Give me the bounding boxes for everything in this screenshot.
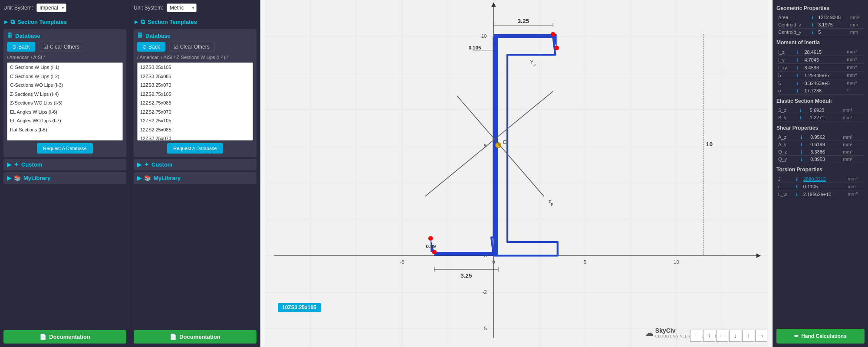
left-doc-icon: 📄	[39, 334, 46, 340]
left-unit-row: Unit System: Imperial Metric	[3, 3, 126, 12]
center-library-arrow: ▶	[137, 175, 141, 181]
list-item[interactable]: 12ZS3.25x085	[138, 72, 253, 81]
centroid-z-unit: mm	[849, 21, 865, 29]
centroid-y-info-icon[interactable]: ℹ	[812, 30, 813, 35]
torsion-title: Torsion Properties	[776, 167, 865, 173]
left-database-header: 🗄 Database	[7, 33, 123, 39]
left-list-box[interactable]: C-Sections W Lips (I-1) C-Sections W Lip…	[7, 62, 123, 141]
list-item[interactable]: 12ZS2.75x070	[138, 108, 253, 117]
centroid-z-label: Centroid_z	[776, 21, 810, 29]
center-library-icon: 📚	[144, 175, 151, 181]
zoom-in-button[interactable]: +	[703, 330, 715, 342]
pan-up-button[interactable]: ↑	[742, 330, 754, 342]
j-info-icon[interactable]: ℹ	[796, 177, 798, 182]
canvas-area: 10 5 0 -2 -5 -5 0 5 10	[260, 0, 773, 347]
center-clear-button[interactable]: ☑ Clear Others	[169, 42, 214, 52]
list-item[interactable]: 12ZS2.75x105	[138, 90, 253, 99]
left-back-button[interactable]: ⊙ Back	[7, 42, 35, 52]
sy-value: 1.2271	[808, 114, 842, 121]
center-unit-row: Unit System: Metric Imperial	[134, 3, 256, 12]
pan-down-button[interactable]: ↓	[729, 330, 741, 342]
sz-info-icon[interactable]: ℹ	[800, 108, 802, 113]
az-info-icon[interactable]: ℹ	[801, 135, 802, 140]
az-unit: mm²	[842, 134, 865, 141]
left-request-db-button[interactable]: Request A Database	[37, 143, 92, 154]
center-list-box[interactable]: 12ZS3.25x105 12ZS3.25x085 12ZS3.25x070 1…	[137, 62, 253, 141]
left-section-templates-header[interactable]: ▶ ⧉ Section Templates	[3, 16, 126, 27]
center-doc-icon: 📄	[170, 334, 177, 340]
list-item[interactable]: Hat Sections (I-8)	[7, 125, 122, 134]
left-clear-button[interactable]: ☑ Clear Others	[39, 42, 84, 52]
center-left-panel: Unit System: Metric Imperial ▶ ⧉ Section…	[130, 0, 260, 347]
center-request-db-button[interactable]: Request A Database	[167, 143, 223, 154]
iz-info-icon[interactable]: ℹ	[796, 50, 798, 55]
center-documentation-button[interactable]: 📄 Documentation	[134, 330, 256, 344]
list-item[interactable]: 12ZS3.25x070	[138, 81, 253, 90]
pan-left-button[interactable]: ←	[716, 330, 728, 342]
list-item[interactable]: 12ZS2.25x105	[138, 116, 253, 125]
center-database-section: 🗄 Database ⊙ Back ☑ Clear Others / Ameri…	[134, 29, 256, 157]
iy-info-icon[interactable]: ℹ	[796, 58, 798, 62]
lw-label: L_w	[776, 190, 794, 198]
alpha-unit: °	[846, 87, 865, 95]
center-section-templates-header[interactable]: ▶ ⧉ Section Templates	[134, 16, 256, 27]
i2-info-icon[interactable]: ℹ	[796, 81, 798, 86]
area-info-icon[interactable]: ℹ	[812, 15, 813, 20]
list-item[interactable]: EL Angles WO Lips (I-7)	[7, 116, 122, 125]
list-item[interactable]: 12ZS2.75x085	[138, 98, 253, 108]
list-item[interactable]: C-Sections W Lips (I-1)	[7, 63, 122, 72]
list-item[interactable]: 12ZS2.25x070	[138, 134, 253, 141]
list-item[interactable]: C-Sections WO Lips (I-3)	[7, 81, 122, 90]
qz-info-icon[interactable]: ℹ	[801, 150, 802, 154]
left-custom-label: Custom	[21, 161, 42, 168]
list-item[interactable]: Z-Sections W Lips (I-4)	[7, 90, 122, 99]
center-unit-select[interactable]: Metric Imperial	[167, 3, 197, 12]
sy-info-icon[interactable]: ℹ	[800, 115, 802, 120]
qy-info-icon[interactable]: ℹ	[801, 157, 802, 162]
center-btn-row: ⊙ Back ☑ Clear Others	[137, 42, 253, 52]
center-custom-header[interactable]: ▶ ✦ Custom	[134, 159, 256, 170]
left-doc-label: Documentation	[49, 334, 90, 340]
svg-text:3.25: 3.25	[517, 18, 529, 24]
shear-table: A_z ℹ 0.9562 mm² A_y ℹ 0.6199 mm² Q_z ℹ …	[776, 134, 865, 163]
elastic-table: S_z ℹ 5.6923 mm³ S_y ℹ 1.2271 mm³	[776, 107, 865, 121]
canvas-controls: − + ← ↓ ↑ →	[690, 330, 767, 342]
lw-info-icon[interactable]: ℹ	[796, 192, 798, 197]
alpha-info-icon[interactable]: ℹ	[796, 88, 798, 93]
list-item[interactable]: 12ZS3.25x105	[138, 63, 253, 72]
i1-label: I₁	[776, 72, 795, 79]
i1-info-icon[interactable]: ℹ	[796, 73, 798, 78]
center-custom-icon: ✦	[144, 161, 149, 168]
left-library-arrow: ▶	[7, 175, 11, 181]
hand-calculations-button[interactable]: ✏ Hand Calculations	[776, 329, 865, 344]
centroid-z-value: 3.1975	[816, 21, 849, 29]
left-documentation-button[interactable]: 📄 Documentation	[3, 330, 126, 344]
center-back-button[interactable]: ⊙ Back	[137, 42, 165, 52]
centroid-z-info-icon[interactable]: ℹ	[812, 23, 813, 27]
geometric-title: Geometric Properties	[776, 5, 865, 11]
list-item[interactable]: 12ZS2.25x085	[138, 125, 253, 134]
iy-value: 4.7045	[802, 56, 846, 64]
izy-info-icon[interactable]: ℹ	[796, 65, 798, 70]
zoom-out-button[interactable]: −	[690, 330, 702, 342]
section-canvas[interactable]: 10 5 0 -2 -5 -5 0 5 10	[260, 0, 773, 347]
list-item[interactable]: C-Sections W Lips (I-2)	[7, 72, 122, 81]
center-mylibrary-header[interactable]: ▶ 📚 MyLibrary	[134, 172, 256, 184]
left-unit-label: Unit System:	[3, 5, 33, 11]
sy-label: S_y	[776, 114, 798, 121]
j-label: J	[776, 175, 794, 183]
left-mylibrary-header[interactable]: ▶ 📚 MyLibrary	[3, 172, 126, 184]
ay-value: 0.6199	[809, 141, 842, 148]
list-item[interactable]: Z-Sections WO Lips (I-5)	[7, 98, 122, 108]
j-value[interactable]: 2880.3215	[803, 177, 826, 182]
left-custom-header[interactable]: ▶ ✦ Custom	[3, 159, 126, 170]
left-db-icon: 🗄	[7, 33, 13, 39]
r-info-icon[interactable]: ℹ	[796, 184, 798, 189]
left-unit-select[interactable]: Imperial Metric	[36, 3, 66, 12]
ay-info-icon[interactable]: ℹ	[801, 142, 802, 147]
list-item[interactable]: EL Angles W Lips (I-6)	[7, 108, 122, 117]
left-panel: Unit System: Imperial Metric ▶ ⧉ Section…	[0, 0, 130, 347]
pan-right-button[interactable]: →	[755, 330, 767, 342]
az-label: A_z	[776, 134, 799, 141]
left-database-label: Database	[15, 33, 40, 39]
